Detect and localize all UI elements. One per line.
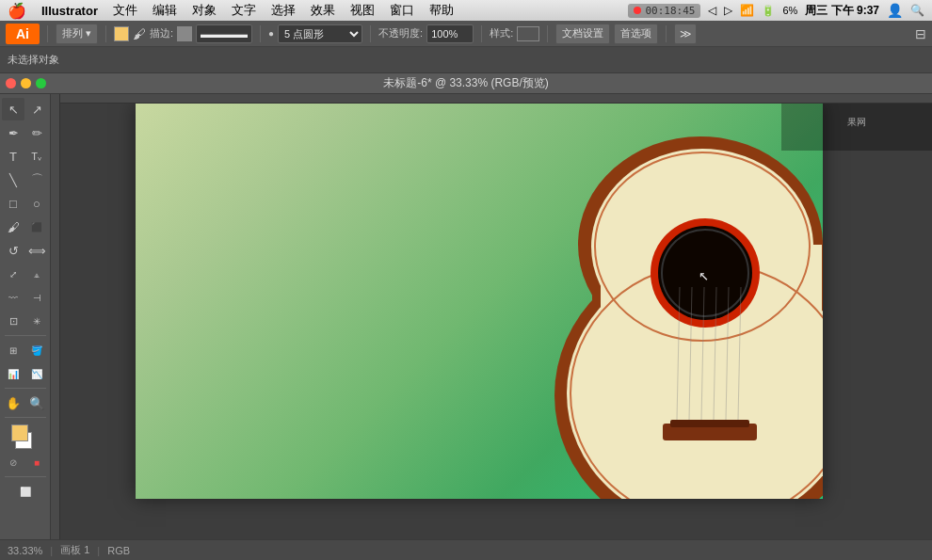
main-layout: ↖ ↗ ✒ ✏ T Tᵥ ╲ ⌒ □ ○ 🖌 ⬛ ↺ ⟺ ⤢ ⟁: [0, 94, 932, 539]
stroke-swatch[interactable]: [177, 26, 192, 41]
color-icon[interactable]: ■: [25, 451, 48, 473]
puppet-warp-tool[interactable]: ✳: [25, 310, 48, 332]
extra-options-icon[interactable]: ≫: [674, 24, 697, 44]
search-icon[interactable]: 🔍: [910, 4, 924, 17]
shape-builder-tool[interactable]: ⊞: [2, 339, 24, 361]
record-indicator: 00:18:45: [628, 4, 700, 18]
scale-tool[interactable]: ⤢: [2, 263, 24, 285]
menu-object[interactable]: 对象: [192, 2, 217, 19]
tool-row-4: ╲ ⌒: [2, 168, 48, 191]
record-time: 00:18:45: [645, 5, 695, 17]
width-tool[interactable]: ⊣: [25, 286, 48, 309]
toolbar-separator-1: [47, 25, 48, 42]
properties-bar: 未选择对象: [0, 47, 932, 73]
document-title-bar: 未标题-6* @ 33.33% (RGB/预览): [0, 73, 932, 94]
zoom-tool[interactable]: 🔍: [25, 392, 48, 414]
svg-text:↖: ↖: [699, 264, 709, 284]
free-transform-tool[interactable]: ⊡: [2, 310, 24, 332]
toolbar-sep-6: [547, 25, 548, 42]
rotate-tool[interactable]: ↺: [2, 239, 24, 262]
tool-row-10: ⊡ ✳: [2, 310, 48, 332]
tool-divider-3: [5, 417, 46, 418]
fill-swatch-fg: [11, 424, 28, 441]
reflect-tool[interactable]: ⟺: [25, 239, 48, 262]
user-icon[interactable]: 👤: [887, 3, 903, 18]
tool-row-7: ↺ ⟺: [2, 239, 48, 262]
ruler-vertical: [51, 94, 60, 539]
doc-settings-button[interactable]: 文档设置: [555, 24, 610, 44]
menu-select[interactable]: 选择: [271, 2, 296, 19]
artboard-info: 画板 1: [60, 543, 89, 557]
preferences-button[interactable]: 首选项: [614, 24, 658, 44]
menu-help[interactable]: 帮助: [429, 2, 454, 19]
style-swatch[interactable]: [517, 26, 539, 41]
tool-divider-2: [5, 388, 46, 389]
live-paint-tool[interactable]: 🪣: [25, 339, 48, 361]
record-dot: [634, 7, 641, 14]
blob-brush-tool[interactable]: ⬛: [25, 216, 48, 238]
pencil-tool[interactable]: ✏: [25, 121, 48, 144]
status-divider-2: |: [97, 545, 100, 556]
tool-row-2: ✒ ✏: [2, 121, 48, 144]
minimize-button[interactable]: [21, 78, 31, 88]
color-mode-row: ⊘ ■: [2, 451, 48, 473]
menu-type[interactable]: 文字: [232, 2, 256, 19]
toolbar-sep-5: [481, 25, 482, 42]
stroke-brush-icon[interactable]: 🖌: [133, 26, 146, 41]
toolbar-sep-7: [666, 25, 667, 42]
selection-status: 未选择对象: [8, 53, 59, 67]
tool-row-6: 🖌 ⬛: [2, 216, 48, 238]
opacity-input[interactable]: [426, 24, 474, 43]
column-graph-tool[interactable]: 📉: [25, 362, 48, 385]
shape-select[interactable]: 5 点圆形: [278, 24, 362, 43]
direct-select-tool[interactable]: ↗: [25, 98, 48, 120]
hand-tool[interactable]: ✋: [2, 392, 24, 414]
nav-left-icon[interactable]: ◁: [708, 4, 716, 17]
panel-toggle-icon[interactable]: ⊟: [915, 26, 926, 41]
graph-tool[interactable]: 📊: [2, 362, 24, 385]
toolbar-sep-4: [370, 25, 371, 42]
tool-divider-1: [5, 335, 46, 336]
nav-right-icon[interactable]: ▷: [724, 4, 732, 17]
type-tool[interactable]: T: [2, 145, 24, 168]
maximize-button[interactable]: [36, 78, 46, 88]
menu-window[interactable]: 窗口: [390, 2, 414, 19]
menu-edit[interactable]: 编辑: [153, 2, 177, 19]
color-fill-swatch[interactable]: [114, 26, 129, 41]
none-icon[interactable]: ⊘: [2, 451, 24, 473]
line-tool[interactable]: ╲: [2, 168, 24, 191]
arc-tool[interactable]: ⌒: [25, 168, 48, 191]
fill-stroke-swatches[interactable]: [11, 424, 40, 449]
stroke-value-input[interactable]: [196, 24, 252, 43]
document-title: 未标题-6* @ 33.33% (RGB/预览): [383, 75, 549, 91]
dot-marker: ●: [268, 28, 274, 39]
select-tool[interactable]: ↖: [2, 98, 24, 120]
tool-row-1: ↖ ↗: [2, 98, 48, 120]
shear-tool[interactable]: ⟁: [25, 263, 48, 285]
app-name[interactable]: Illustrator: [41, 4, 98, 18]
pen-tool[interactable]: ✒: [2, 121, 24, 144]
stroke-label: 描边:: [150, 26, 173, 40]
canvas-area[interactable]: ↖ 果网: [51, 94, 932, 539]
mac-menubar: 🍎 Illustrator 文件 编辑 对象 文字 选择 效果 视图 窗口 帮助…: [0, 0, 932, 21]
warp-tool[interactable]: 〰: [2, 286, 24, 309]
svg-rect-16: [670, 420, 749, 427]
menu-file[interactable]: 文件: [113, 2, 137, 19]
screen-mode-tool[interactable]: ⬜: [14, 480, 37, 503]
rectangle-tool[interactable]: □: [2, 192, 24, 215]
ellipse-tool[interactable]: ○: [25, 192, 48, 215]
arrange-button[interactable]: 排列 ▾: [56, 24, 98, 44]
apple-menu[interactable]: 🍎: [8, 2, 26, 20]
tool-row-5: □ ○: [2, 192, 48, 215]
status-bar: 33.33% | 画板 1 | RGB: [0, 539, 932, 560]
close-button[interactable]: [6, 78, 16, 88]
menu-effect[interactable]: 效果: [311, 2, 335, 19]
toolbar-separator-2: [105, 25, 106, 42]
tool-divider-4: [5, 476, 46, 477]
tool-row-9: 〰 ⊣: [2, 286, 48, 309]
tool-row-3: T Tᵥ: [2, 145, 48, 168]
menu-view[interactable]: 视图: [350, 2, 375, 19]
touch-type-tool[interactable]: Tᵥ: [25, 145, 48, 168]
paintbrush-tool[interactable]: 🖌: [2, 216, 24, 238]
artboard: ↖: [136, 104, 823, 499]
